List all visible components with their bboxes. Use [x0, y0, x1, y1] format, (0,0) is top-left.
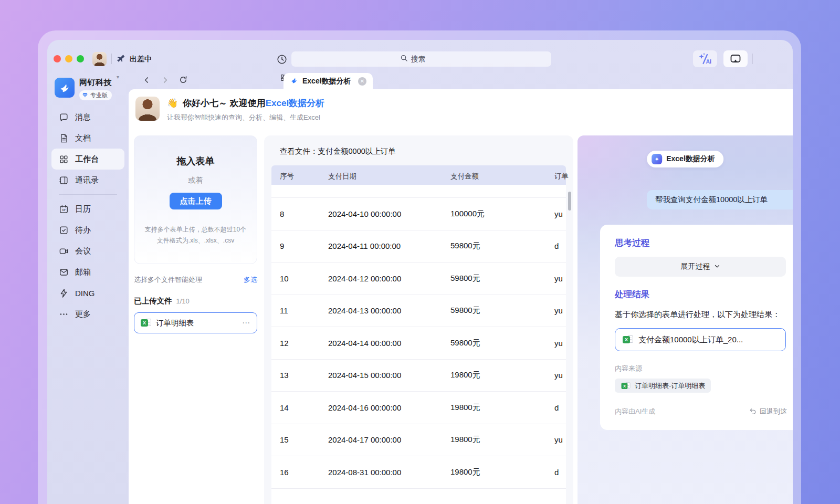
sidebar-item-todo[interactable]: 待办: [51, 219, 124, 240]
cell-pay-amount: 59800元: [450, 241, 554, 251]
cell-pay-amount: 19800元: [450, 370, 554, 380]
cell-index: 9: [280, 242, 328, 250]
cell-pay-date: 2024-04-17 00:00:00: [328, 435, 450, 444]
wave-emoji: 👋: [167, 98, 178, 108]
org-name: 网钉科技: [79, 78, 112, 88]
dingtalk-logo-icon: [55, 78, 75, 98]
excel-file-icon: X: [623, 335, 633, 344]
back-icon[interactable]: [140, 74, 153, 86]
forward-icon[interactable]: [159, 74, 171, 86]
close-window-button[interactable]: [54, 55, 61, 62]
cell-pay-amount: 59800元: [450, 274, 554, 284]
avatar[interactable]: [92, 52, 107, 66]
cell-pay-date: 2024-04-12 00:00:00: [328, 274, 450, 283]
sidebar-item-meeting[interactable]: 会议: [51, 240, 124, 261]
cell-pay-date: 2024-08-31 00:00:00: [328, 468, 450, 477]
column-header: 序号: [280, 172, 328, 181]
expand-process-button[interactable]: 展开过程: [615, 257, 786, 277]
history-icon[interactable]: [276, 54, 288, 65]
cell-pay-date: 2024-04-13 00:00:00: [328, 306, 450, 315]
contacts-icon: [59, 175, 69, 185]
diamond-icon: [82, 92, 88, 99]
todo-icon: [59, 225, 69, 235]
sidebar-item-mail[interactable]: 邮箱: [51, 261, 124, 282]
excel-file-icon: X: [141, 318, 151, 328]
tab-excel-analysis-label: Excel数据分析: [302, 77, 351, 86]
page-subtitle: 让我帮你智能快速的查询、分析、编辑、生成Excel: [167, 113, 324, 122]
table-row: 12 2024-04-14 00:00:00 59800元 yu: [271, 327, 566, 360]
sidebar-item-calendar[interactable]: 17 日历: [51, 198, 124, 219]
source-file-chip[interactable]: X 订单明细表-订单明细表: [615, 379, 711, 393]
cell-order: yu: [554, 209, 566, 218]
table-title: 查看文件：支付金额0000以上订单: [264, 135, 573, 156]
org-switcher[interactable]: 网钉科技 专业版: [55, 78, 112, 100]
screencast-button[interactable]: [723, 50, 748, 67]
uploaded-file-card[interactable]: X 订单明细表 ⋯: [134, 312, 257, 333]
chevron-down-icon[interactable]: ▾: [117, 74, 119, 80]
source-label: 内容来源: [615, 364, 786, 373]
search-bar[interactable]: [291, 51, 551, 67]
cell-order: d: [554, 403, 566, 412]
ai-generated-note: 内容由AI生成: [615, 407, 655, 416]
table-row: 11 2024-04-13 00:00:00 59800元 yu: [271, 295, 566, 328]
sidebar-divider: [59, 194, 117, 195]
cell-pay-amount: 19800元: [450, 403, 554, 413]
table-panel: 查看文件：支付金额0000以上订单 序号 支付日期 支付金额 订单 8 2024…: [264, 135, 573, 504]
tab-bar: 工作台 Excel数据分析 ✕: [129, 71, 793, 89]
cell-index: 14: [280, 403, 328, 412]
divider: [752, 54, 753, 64]
upload-button[interactable]: 点击上传: [170, 193, 222, 209]
table-row: 13 2024-04-15 00:00:00 19800元 yu: [271, 360, 566, 392]
refresh-icon[interactable]: [177, 74, 190, 86]
more-icon[interactable]: ⋯: [242, 318, 250, 328]
cell-pay-date: 2024-04-15 00:00:00: [328, 371, 450, 380]
svg-text:AI: AI: [706, 58, 712, 65]
sidebar: 网钉科技 专业版 ▾ 消息 文档 工作台 通讯录 17 日: [47, 71, 129, 504]
close-icon[interactable]: ✕: [358, 77, 366, 86]
sidebar-item-doc[interactable]: 文档: [51, 128, 124, 149]
result-file-chip[interactable]: X 支付金额10000以上订单_20...: [615, 328, 786, 351]
ai-assistant-button[interactable]: AI: [693, 50, 717, 67]
zoom-window-button[interactable]: [77, 55, 84, 62]
bird-icon: [290, 76, 298, 86]
cell-order: yu: [554, 435, 566, 444]
source-file-name: 订单明细表-订单明细表: [635, 381, 705, 391]
rollback-button[interactable]: 回退到这: [749, 407, 787, 416]
upload-note: 支持多个表单上传，总数不超过10个 文件格式为.xls、.xlsx、.csv: [134, 224, 257, 246]
uploaded-file-name: 订单明细表: [156, 318, 237, 328]
table-row: 8 2024-04-10 00:00:00 100000元 yu: [271, 198, 566, 230]
table-row: 15 2024-04-17 00:00:00 19800元 yu: [271, 424, 566, 457]
upload-panel: 拖入表单 或着 点击上传 支持多个表单上传，总数不超过10个 文件格式为.xls…: [134, 135, 257, 504]
multi-select-hint: 选择多个文件智能处理: [134, 275, 202, 285]
cell-order: d: [554, 242, 566, 250]
sidebar-item-contacts[interactable]: 通讯录: [51, 170, 124, 191]
table-row: 9 2024-04-11 00:00:00 59800元 d: [271, 230, 566, 263]
sidebar-item-chat[interactable]: 消息: [51, 107, 124, 128]
mail-icon: [59, 267, 69, 277]
minimize-window-button[interactable]: [65, 55, 72, 62]
status-text: 出差中: [130, 55, 152, 64]
search-input[interactable]: [411, 55, 443, 63]
multi-select-link[interactable]: 多选: [244, 275, 257, 285]
uploaded-files-label: 已上传文件: [134, 296, 172, 306]
cell-index: 11: [280, 306, 328, 315]
table-scrollbar-thumb[interactable]: [568, 192, 571, 211]
column-header: 订单: [554, 172, 569, 181]
titlebar: 出差中 AI: [47, 40, 793, 71]
tab-excel-analysis[interactable]: Excel数据分析 ✕: [284, 73, 373, 89]
assistant-avatar: [135, 97, 160, 121]
cell-order: d: [554, 468, 566, 477]
cell-order: yu: [554, 371, 566, 380]
dropzone[interactable]: 拖入表单 或着 点击上传 支持多个表单上传，总数不超过10个 文件格式为.xls…: [134, 135, 257, 264]
table-header: 序号 支付日期 支付金额 订单: [271, 165, 566, 187]
chat-icon: [59, 112, 69, 122]
sidebar-item-grid[interactable]: 工作台: [51, 149, 124, 170]
status-badge[interactable]: 出差中: [117, 55, 152, 64]
cell-index: 16: [280, 468, 328, 477]
cell-order: yu: [554, 339, 566, 348]
cell-order: yu: [554, 306, 566, 315]
sidebar-item-ding[interactable]: DING: [51, 282, 124, 303]
table-row: 16 2024-08-31 00:00:00 19800元 d: [271, 456, 566, 489]
sidebar-item-more[interactable]: 更多: [51, 303, 124, 324]
main-content: 👋 你好小七～ 欢迎使用Excel数据分析 让我帮你智能快速的查询、分析、编辑、…: [129, 89, 793, 504]
